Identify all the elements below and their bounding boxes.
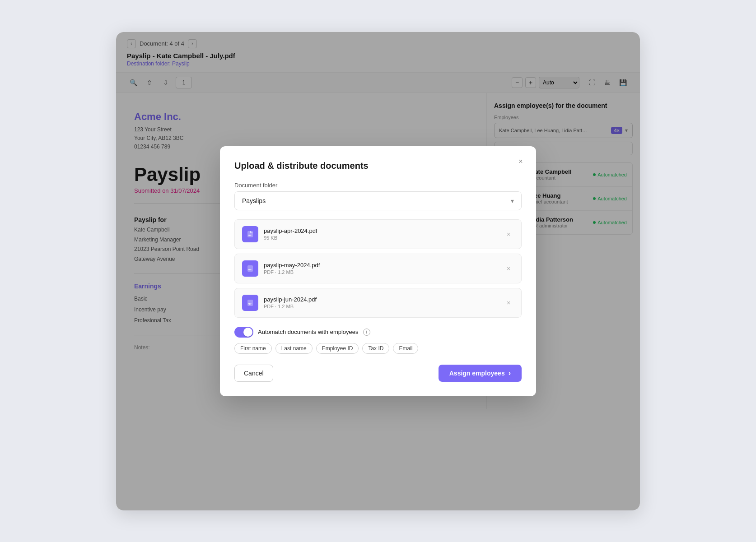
pdf-icon: PDF <box>242 260 258 277</box>
file-item: PDF payslip-jun-2024.pdf PDF · 1.2 MB × <box>234 288 522 318</box>
svg-text:PDF: PDF <box>248 269 252 271</box>
automatch-label: Automatch documents with employees <box>258 329 359 335</box>
tag-firstname: First name <box>234 343 272 354</box>
file-size: PDF · 1.2 MB <box>264 269 498 275</box>
folder-label: Document folder <box>234 182 522 189</box>
modal-footer: Cancel Assign employees › <box>234 365 522 382</box>
remove-file-button[interactable]: × <box>503 263 514 274</box>
file-size: 95 KB <box>264 235 498 241</box>
folder-select[interactable]: Payslips ▾ <box>234 191 522 210</box>
modal-title: Upload & distribute documents <box>234 161 522 171</box>
toggle-knob <box>243 328 252 337</box>
remove-file-button[interactable]: × <box>503 229 514 240</box>
tag-lastname: Last name <box>275 343 313 354</box>
upload-modal: Upload & distribute documents × Document… <box>220 146 536 396</box>
automatch-row: Automatch documents with employees i <box>234 327 522 338</box>
file-size: PDF · 1.2 MB <box>264 304 498 309</box>
close-modal-button[interactable]: × <box>514 155 527 168</box>
tag-taxid: Tax ID <box>362 343 389 354</box>
assign-label: Assign employees <box>449 370 505 377</box>
assign-employees-button[interactable]: Assign employees › <box>439 365 522 382</box>
file-item: PDF payslip-apr-2024.pdf 95 KB × <box>234 219 522 249</box>
chevron-down-icon: ▾ <box>511 197 514 204</box>
remove-file-button[interactable]: × <box>503 297 514 308</box>
modal-overlay: Upload & distribute documents × Document… <box>116 32 640 510</box>
cancel-button[interactable]: Cancel <box>234 365 273 382</box>
file-name: payslip-jun-2024.pdf <box>264 296 498 303</box>
file-item: PDF payslip-may-2024.pdf PDF · 1.2 MB × <box>234 254 522 283</box>
svg-text:PDF: PDF <box>248 303 252 305</box>
pdf-icon: PDF <box>242 226 258 242</box>
automatch-tags: First name Last name Employee ID Tax ID … <box>234 343 522 354</box>
file-name: payslip-apr-2024.pdf <box>264 227 498 234</box>
file-name: payslip-may-2024.pdf <box>264 262 498 269</box>
automatch-toggle[interactable] <box>234 327 253 338</box>
folder-value: Payslips <box>242 197 266 204</box>
arrow-right-icon: › <box>509 369 511 377</box>
pdf-icon: PDF <box>242 295 258 311</box>
tag-email: Email <box>393 343 418 354</box>
info-icon[interactable]: i <box>363 329 370 336</box>
tag-employeeid: Employee ID <box>316 343 359 354</box>
svg-text:PDF: PDF <box>248 234 252 236</box>
